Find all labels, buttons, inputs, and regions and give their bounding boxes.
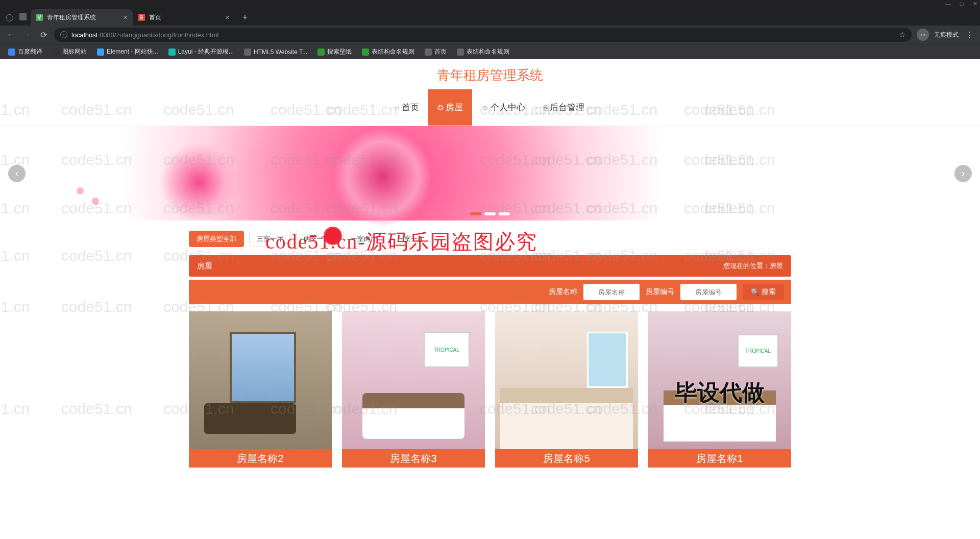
bookmark-icon [53, 48, 60, 56]
listing-card[interactable]: 房屋名称5 [495, 311, 638, 468]
bookmark-label: HTML5 Website T... [254, 48, 307, 56]
main-nav: ⌂首页✪房屋☺个人中心⎘后台管理 [0, 89, 980, 126]
address-bar: ← → ⟳ i localhost:8080/zufangguanlixiton… [0, 26, 980, 44]
url-input[interactable]: i localhost:8080/zufangguanlixitong/fron… [54, 28, 912, 42]
carousel-prev-button[interactable]: ‹ [8, 165, 26, 182]
watermark-big: code51.cn-源码乐园盗图必究 [265, 228, 537, 256]
bookmark-item[interactable]: 表结构命名规则 [453, 46, 513, 58]
breadcrumb-location: 您现在的位置：房屋 [723, 261, 783, 271]
close-icon[interactable]: ✕ [972, 1, 978, 7]
bookmark-label: 搜索壁纸 [327, 47, 352, 56]
listing-card[interactable]: TROPICAL毕设代做房屋名称1 [648, 311, 791, 468]
tab-close-icon[interactable]: × [226, 13, 230, 21]
bookmark-item[interactable]: Layui - 经典开源模... [164, 46, 238, 58]
browser-tab-active[interactable]: V 青年租房管理系统 × [31, 9, 133, 26]
bookmark-icon [244, 48, 251, 56]
carousel-dot[interactable] [484, 212, 496, 215]
nav-label: 房屋 [446, 102, 463, 113]
bookmark-label: Layui - 经典开源模... [178, 47, 234, 56]
bookmark-label: 表结构命名规则 [372, 47, 414, 56]
listing-card[interactable]: TROPICAL房屋名称3 [342, 311, 485, 468]
apps-icon[interactable] [19, 13, 27, 20]
listing-title: 房屋名称3 [342, 449, 485, 468]
tab-favicon: S [138, 14, 145, 21]
url-host: localhost [71, 31, 97, 39]
listing-image: TROPICAL [342, 311, 485, 449]
back-button[interactable]: ← [5, 30, 16, 39]
nav-icon: ⎘ [544, 104, 548, 112]
url-path: /zufangguanlixitong/front/index.html [114, 31, 219, 39]
tab-title: 青年租房管理系统 [47, 13, 96, 22]
carousel-dot[interactable] [499, 212, 510, 215]
bookmark-item[interactable]: 图标网站 [48, 46, 91, 58]
filter-button[interactable]: 房屋类型全部 [189, 231, 244, 247]
tab-title: 首页 [149, 13, 161, 22]
nav-icon: ☺ [481, 104, 488, 112]
tab-favicon: V [36, 14, 43, 21]
bookmark-item[interactable]: 搜索壁纸 [313, 46, 356, 58]
search-name-label: 房屋名称 [549, 287, 577, 297]
listing-title: 房屋名称1 [648, 449, 791, 468]
listing-card[interactable]: 房屋名称2 [189, 311, 332, 468]
os-titlebar: — □ ✕ [0, 0, 980, 7]
search-button[interactable]: 🔍搜索 [743, 284, 784, 300]
nav-icon: ⌂ [396, 104, 400, 112]
listing-overlay-text: 毕设代做 [648, 378, 791, 408]
cursor-highlight [324, 227, 342, 245]
listing-title: 房屋名称5 [495, 449, 638, 468]
carousel-next-button[interactable]: › [954, 165, 972, 182]
bookmark-icon [8, 48, 15, 56]
bookmark-label: 图标网站 [62, 47, 87, 56]
nav-label: 后台管理 [550, 102, 584, 113]
site-info-icon[interactable]: i [60, 31, 67, 38]
maximize-icon[interactable]: □ [959, 1, 965, 7]
new-tab-button[interactable]: + [238, 10, 252, 24]
bookmark-item[interactable]: 百度翻译 [4, 46, 46, 58]
listing-grid: 房屋名称2TROPICAL房屋名称3房屋名称5TROPICAL毕设代做房屋名称1 [189, 311, 791, 468]
reload-button[interactable]: ⟳ [38, 30, 49, 40]
bookmarks-bar: 百度翻译图标网站Element - 网站快...Layui - 经典开源模...… [0, 44, 980, 59]
bookmark-item[interactable]: 表结构命名规则 [358, 46, 419, 58]
carousel-dot[interactable] [470, 212, 481, 215]
nav-icon: ✪ [437, 104, 444, 112]
nav-item[interactable]: ⌂首页 [386, 89, 428, 126]
bookmark-icon [362, 48, 369, 56]
listing-image [495, 311, 638, 449]
page-content: code51.cncode51.cncode51.cncode51.cncode… [0, 59, 980, 539]
menu-icon[interactable]: ⋮ [964, 30, 975, 40]
section-title: 房屋 [197, 261, 212, 271]
breadcrumb: 房屋 您现在的位置：房屋 [189, 255, 791, 277]
bookmark-icon [425, 48, 432, 56]
bookmark-item[interactable]: HTML5 Website T... [240, 47, 311, 57]
hero-banner: ‹ › [0, 126, 980, 220]
profile-label: 无痕模式 [934, 31, 959, 39]
nav-item[interactable]: ✪房屋 [428, 89, 472, 126]
bookmark-star-icon[interactable]: ☆ [899, 30, 905, 39]
bookmark-label: 表结构命名规则 [467, 47, 509, 56]
minimize-icon[interactable]: — [945, 1, 951, 7]
bookmark-icon [97, 48, 104, 56]
search-icon: 🔍 [751, 288, 760, 296]
search-code-input[interactable] [680, 284, 737, 300]
browser-tab[interactable]: S 首页 × [133, 9, 235, 26]
bookmark-icon [457, 48, 464, 56]
bookmark-label: Element - 网站快... [107, 47, 158, 56]
search-name-input[interactable] [583, 284, 640, 300]
nav-item[interactable]: ⎘后台管理 [534, 89, 594, 126]
search-tabs-icon[interactable] [6, 14, 13, 21]
bookmark-item[interactable]: 首页 [421, 46, 451, 58]
bookmark-label: 首页 [434, 47, 447, 56]
site-title: 青年租房管理系统 [0, 59, 980, 89]
bookmark-icon [317, 48, 325, 56]
bookmark-icon [168, 48, 176, 56]
incognito-icon[interactable]: 👓 [917, 29, 929, 41]
url-port: :8080 [97, 31, 114, 39]
nav-label: 首页 [402, 102, 419, 113]
forward-button[interactable]: → [21, 30, 33, 39]
listing-image: TROPICAL毕设代做 [648, 311, 791, 449]
carousel-dots [470, 212, 510, 215]
bookmark-item[interactable]: Element - 网站快... [93, 46, 162, 58]
nav-item[interactable]: ☺个人中心 [472, 89, 534, 126]
search-code-label: 房屋编号 [646, 287, 674, 297]
tab-close-icon[interactable]: × [124, 13, 128, 21]
